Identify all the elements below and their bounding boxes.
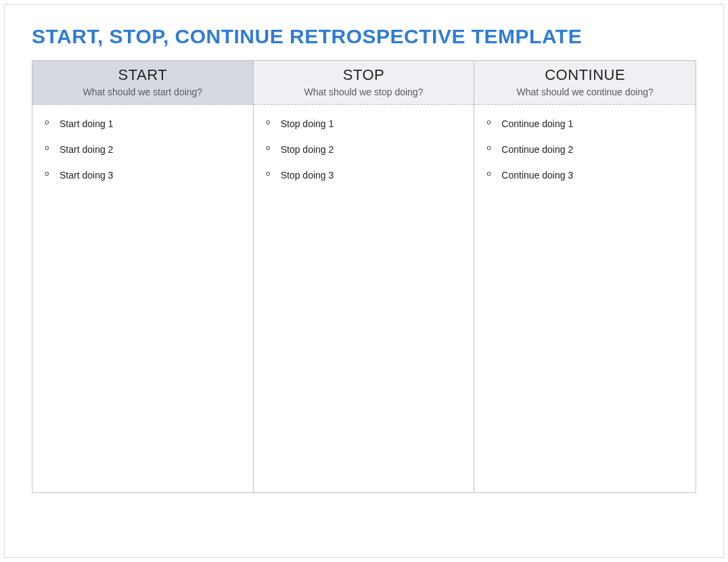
- column-continue-header: CONTINUE What should we continue doing?: [474, 61, 696, 105]
- continue-items-list: Continue doing 1 Continue doing 2 Contin…: [489, 114, 683, 185]
- page-title: START, STOP, CONTINUE RETROSPECTIVE TEMP…: [32, 25, 696, 48]
- list-item: Stop doing 3: [269, 166, 462, 185]
- list-item: Continue doing 3: [489, 166, 683, 185]
- list-item: Start doing 3: [47, 166, 241, 185]
- list-item: Continue doing 2: [489, 140, 683, 159]
- column-start-header: START What should we start doing?: [32, 61, 253, 105]
- column-stop: STOP What should we stop doing? Stop doi…: [254, 61, 475, 492]
- retrospective-grid: START What should we start doing? Start …: [32, 60, 696, 493]
- list-item: Start doing 2: [47, 140, 241, 159]
- column-continue: CONTINUE What should we continue doing? …: [474, 61, 696, 492]
- list-item: Start doing 1: [47, 114, 241, 133]
- column-continue-title: CONTINUE: [480, 66, 690, 84]
- column-start-title: START: [38, 66, 248, 84]
- column-start: START What should we start doing? Start …: [32, 61, 254, 492]
- column-continue-subheader: What should we continue doing?: [480, 87, 690, 97]
- column-start-subheader: What should we start doing?: [38, 87, 248, 97]
- column-stop-title: STOP: [259, 66, 469, 84]
- list-item: Continue doing 1: [489, 114, 683, 133]
- column-continue-body: Continue doing 1 Continue doing 2 Contin…: [474, 105, 696, 492]
- column-stop-header: STOP What should we stop doing?: [254, 61, 474, 105]
- column-start-body: Start doing 1 Start doing 2 Start doing …: [32, 105, 253, 492]
- stop-items-list: Stop doing 1 Stop doing 2 Stop doing 3: [269, 114, 462, 185]
- document-page: START, STOP, CONTINUE RETROSPECTIVE TEMP…: [4, 4, 724, 558]
- list-item: Stop doing 2: [269, 140, 462, 159]
- column-stop-subheader: What should we stop doing?: [259, 87, 469, 97]
- column-stop-body: Stop doing 1 Stop doing 2 Stop doing 3: [254, 105, 474, 492]
- start-items-list: Start doing 1 Start doing 2 Start doing …: [47, 114, 241, 185]
- list-item: Stop doing 1: [269, 114, 462, 133]
